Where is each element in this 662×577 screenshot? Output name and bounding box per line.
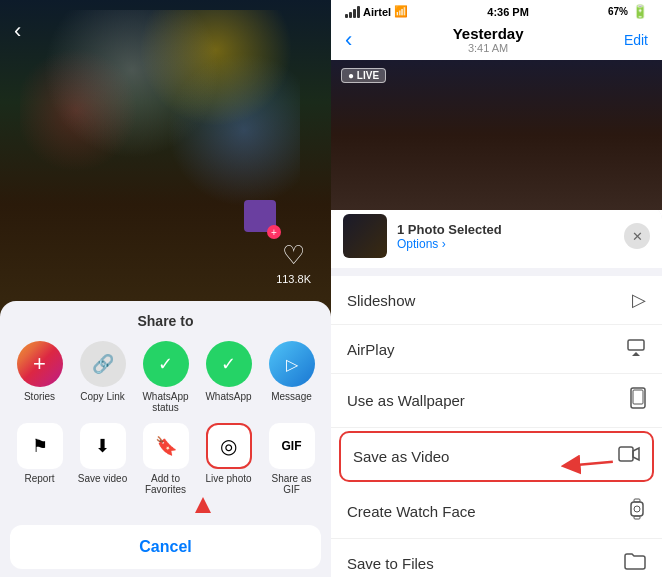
follow-badge[interactable]: +: [267, 225, 281, 239]
gif-icon: GIF: [269, 423, 315, 469]
share-item-whatsapp[interactable]: ✓ WhatsApp: [201, 341, 257, 413]
carrier-name: Airtel: [363, 6, 391, 18]
whatsapp-status-label: WhatsApp status: [138, 391, 194, 413]
copylink-icon: 🔗: [80, 341, 126, 387]
right-panel: Airtel 📶 4:36 PM 67% 🔋 ‹ Yesterday 3:41 …: [331, 0, 662, 577]
wallpaper-label: Use as Wallpaper: [347, 392, 465, 409]
cancel-button[interactable]: Cancel: [10, 525, 321, 569]
report-label: Report: [24, 473, 54, 484]
live-photo-icon: ◎: [206, 423, 252, 469]
share-item-message[interactable]: ▷ Message: [264, 341, 320, 413]
whatsapp-label: WhatsApp: [205, 391, 251, 402]
watch-face-icon: [628, 498, 646, 525]
wallpaper-icon: [630, 387, 646, 414]
sheet-info: 1 Photo Selected Options ›: [397, 222, 614, 251]
nav-bar: ‹ Yesterday 3:41 AM Edit: [331, 23, 662, 60]
svg-rect-6: [631, 502, 643, 516]
live-photo-label: Live photo: [205, 473, 251, 484]
action-item-report[interactable]: ⚑ Report: [12, 423, 68, 495]
share-icons-row: + Stories 🔗 Copy Link ✓ WhatsApp status …: [0, 341, 331, 413]
signal-bar-3: [353, 9, 356, 18]
nav-title: Yesterday 3:41 AM: [352, 25, 624, 54]
message-label: Message: [271, 391, 312, 402]
share-item-copylink[interactable]: 🔗 Copy Link: [75, 341, 131, 413]
svg-rect-8: [634, 499, 640, 502]
battery-percentage: 67%: [608, 6, 628, 17]
action-item-gif[interactable]: GIF Share as GIF: [264, 423, 320, 495]
back-button[interactable]: ‹: [14, 18, 21, 44]
close-button[interactable]: ✕: [624, 223, 650, 249]
save-video-label: Save video: [78, 473, 127, 484]
live-badge: ● LIVE: [341, 68, 386, 83]
slideshow-label: Slideshow: [347, 292, 415, 309]
sheet-header: 1 Photo Selected Options › ✕: [331, 204, 662, 268]
wifi-icon: 📶: [394, 5, 408, 18]
nav-back-button[interactable]: ‹: [345, 27, 352, 53]
bottom-sheet: 1 Photo Selected Options › ✕ Slideshow ▷…: [331, 204, 662, 577]
nav-edit-button[interactable]: Edit: [624, 32, 648, 48]
share-title: Share to: [0, 313, 331, 329]
photo-area: ● LIVE: [331, 60, 662, 210]
save-video-icon: ⬇: [80, 423, 126, 469]
gif-label: Share as GIF: [264, 473, 320, 495]
report-icon: ⚑: [17, 423, 63, 469]
action-item-save-video[interactable]: ⬇ Save video: [75, 423, 131, 495]
save-video-label: Save as Video: [353, 448, 449, 465]
signal-bar-2: [349, 12, 352, 18]
action-icons-row: ⚑ Report ⬇ Save video 🔖 Add to Favorites…: [0, 423, 331, 495]
action-item-live-photo[interactable]: ◎ Live photo: [201, 423, 257, 495]
svg-rect-0: [628, 340, 644, 350]
svg-marker-1: [632, 352, 640, 356]
share-item-stories[interactable]: + Stories: [12, 341, 68, 413]
options-link[interactable]: Options ›: [397, 237, 614, 251]
battery-icon: 🔋: [632, 4, 648, 19]
status-bar: Airtel 📶 4:36 PM 67% 🔋: [331, 0, 662, 23]
copylink-label: Copy Link: [80, 391, 124, 402]
save-files-label: Save to Files: [347, 555, 434, 572]
selected-count: 1 Photo Selected: [397, 222, 614, 237]
nav-title-main: Yesterday: [352, 25, 624, 42]
signal-bar-4: [357, 6, 360, 18]
menu-item-save-files[interactable]: Save to Files: [331, 539, 662, 577]
clock: 4:36 PM: [487, 6, 529, 18]
menu-item-airplay[interactable]: AirPlay: [331, 325, 662, 374]
sheet-thumbnail: [343, 214, 387, 258]
up-arrow: [195, 497, 211, 513]
left-panel: ‹ ♡ 113.8K + Share to + Stories 🔗 Copy L…: [0, 0, 331, 577]
airplay-icon: [626, 338, 646, 360]
share-item-whatsapp-status[interactable]: ✓ WhatsApp status: [138, 341, 194, 413]
heart-area: ♡ 113.8K: [276, 240, 311, 285]
menu-item-wallpaper[interactable]: Use as Wallpaper: [331, 374, 662, 428]
watch-face-label: Create Watch Face: [347, 503, 476, 520]
signal-bars: [345, 6, 360, 18]
svg-rect-9: [634, 516, 640, 519]
menu-list: Slideshow ▷ AirPlay Use as Wallpaper: [331, 276, 662, 577]
menu-item-slideshow[interactable]: Slideshow ▷: [331, 276, 662, 325]
whatsapp-status-icon: ✓: [143, 341, 189, 387]
svg-marker-5: [633, 448, 639, 460]
slideshow-icon: ▷: [632, 289, 646, 311]
stories-icon: +: [17, 341, 63, 387]
add-favorites-label: Add to Favorites: [138, 473, 194, 495]
status-right: 67% 🔋: [608, 4, 648, 19]
signal-bar-1: [345, 14, 348, 18]
menu-item-watch-face[interactable]: Create Watch Face: [331, 485, 662, 539]
save-files-icon: [624, 552, 646, 575]
stories-label: Stories: [24, 391, 55, 402]
nav-title-sub: 3:41 AM: [352, 42, 624, 54]
svg-rect-3: [633, 390, 643, 404]
heart-count: 113.8K: [276, 273, 311, 285]
share-sheet: Share to + Stories 🔗 Copy Link ✓ WhatsAp…: [0, 301, 331, 577]
status-left: Airtel 📶: [345, 5, 408, 18]
heart-icon: ♡: [282, 240, 305, 271]
svg-point-7: [634, 506, 640, 512]
add-favorites-icon: 🔖: [143, 423, 189, 469]
action-item-add-favorites[interactable]: 🔖 Add to Favorites: [138, 423, 194, 495]
whatsapp-icon: ✓: [206, 341, 252, 387]
balloons-overlay: [20, 10, 300, 210]
message-icon: ▷: [269, 341, 315, 387]
arrow-area: [0, 505, 331, 521]
airplay-label: AirPlay: [347, 341, 395, 358]
